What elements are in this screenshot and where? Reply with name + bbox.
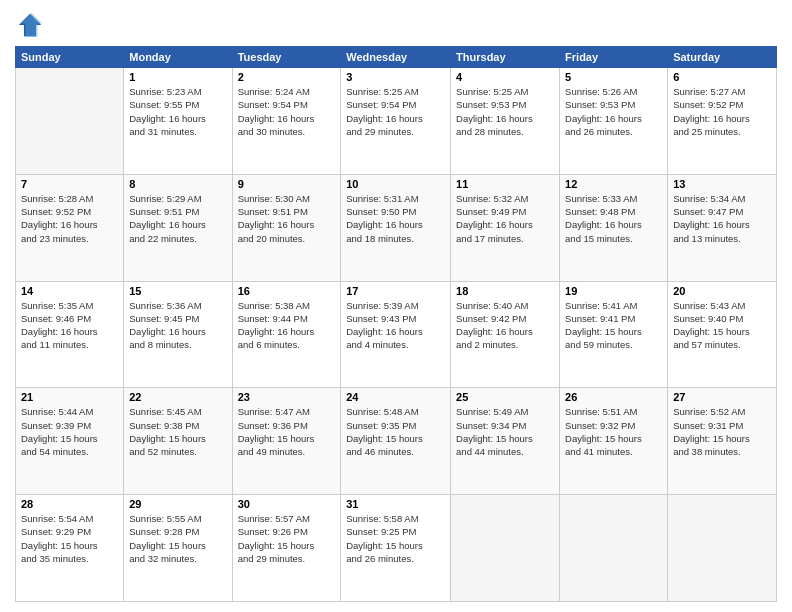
calendar-cell: 18Sunrise: 5:40 AM Sunset: 9:42 PM Dayli… xyxy=(451,281,560,388)
calendar-cell: 27Sunrise: 5:52 AM Sunset: 9:31 PM Dayli… xyxy=(668,388,777,495)
day-number: 17 xyxy=(346,285,445,297)
calendar-day-header: Saturday xyxy=(668,47,777,68)
calendar-cell: 12Sunrise: 5:33 AM Sunset: 9:48 PM Dayli… xyxy=(560,174,668,281)
day-number: 29 xyxy=(129,498,226,510)
day-info: Sunrise: 5:29 AM Sunset: 9:51 PM Dayligh… xyxy=(129,192,226,245)
day-number: 16 xyxy=(238,285,336,297)
day-number: 14 xyxy=(21,285,118,297)
calendar-cell: 3Sunrise: 5:25 AM Sunset: 9:54 PM Daylig… xyxy=(341,68,451,175)
day-info: Sunrise: 5:38 AM Sunset: 9:44 PM Dayligh… xyxy=(238,299,336,352)
day-info: Sunrise: 5:34 AM Sunset: 9:47 PM Dayligh… xyxy=(673,192,771,245)
calendar-week-row: 14Sunrise: 5:35 AM Sunset: 9:46 PM Dayli… xyxy=(16,281,777,388)
day-number: 28 xyxy=(21,498,118,510)
day-info: Sunrise: 5:25 AM Sunset: 9:54 PM Dayligh… xyxy=(346,85,445,138)
day-info: Sunrise: 5:43 AM Sunset: 9:40 PM Dayligh… xyxy=(673,299,771,352)
day-info: Sunrise: 5:51 AM Sunset: 9:32 PM Dayligh… xyxy=(565,405,662,458)
day-info: Sunrise: 5:41 AM Sunset: 9:41 PM Dayligh… xyxy=(565,299,662,352)
day-info: Sunrise: 5:26 AM Sunset: 9:53 PM Dayligh… xyxy=(565,85,662,138)
calendar-cell: 29Sunrise: 5:55 AM Sunset: 9:28 PM Dayli… xyxy=(124,495,232,602)
calendar-day-header: Thursday xyxy=(451,47,560,68)
day-info: Sunrise: 5:35 AM Sunset: 9:46 PM Dayligh… xyxy=(21,299,118,352)
day-info: Sunrise: 5:47 AM Sunset: 9:36 PM Dayligh… xyxy=(238,405,336,458)
day-info: Sunrise: 5:28 AM Sunset: 9:52 PM Dayligh… xyxy=(21,192,118,245)
day-number: 30 xyxy=(238,498,336,510)
header xyxy=(15,10,777,40)
calendar-week-row: 28Sunrise: 5:54 AM Sunset: 9:29 PM Dayli… xyxy=(16,495,777,602)
day-number: 11 xyxy=(456,178,554,190)
calendar-day-header: Wednesday xyxy=(341,47,451,68)
day-info: Sunrise: 5:33 AM Sunset: 9:48 PM Dayligh… xyxy=(565,192,662,245)
day-number: 5 xyxy=(565,71,662,83)
calendar-cell: 5Sunrise: 5:26 AM Sunset: 9:53 PM Daylig… xyxy=(560,68,668,175)
day-info: Sunrise: 5:24 AM Sunset: 9:54 PM Dayligh… xyxy=(238,85,336,138)
calendar-cell: 9Sunrise: 5:30 AM Sunset: 9:51 PM Daylig… xyxy=(232,174,341,281)
logo xyxy=(15,10,49,40)
calendar-cell: 10Sunrise: 5:31 AM Sunset: 9:50 PM Dayli… xyxy=(341,174,451,281)
calendar-cell: 7Sunrise: 5:28 AM Sunset: 9:52 PM Daylig… xyxy=(16,174,124,281)
calendar-week-row: 21Sunrise: 5:44 AM Sunset: 9:39 PM Dayli… xyxy=(16,388,777,495)
calendar-cell: 15Sunrise: 5:36 AM Sunset: 9:45 PM Dayli… xyxy=(124,281,232,388)
calendar-cell: 13Sunrise: 5:34 AM Sunset: 9:47 PM Dayli… xyxy=(668,174,777,281)
calendar-cell: 23Sunrise: 5:47 AM Sunset: 9:36 PM Dayli… xyxy=(232,388,341,495)
calendar-cell: 24Sunrise: 5:48 AM Sunset: 9:35 PM Dayli… xyxy=(341,388,451,495)
day-number: 20 xyxy=(673,285,771,297)
day-info: Sunrise: 5:55 AM Sunset: 9:28 PM Dayligh… xyxy=(129,512,226,565)
day-number: 12 xyxy=(565,178,662,190)
day-number: 24 xyxy=(346,391,445,403)
day-info: Sunrise: 5:25 AM Sunset: 9:53 PM Dayligh… xyxy=(456,85,554,138)
day-info: Sunrise: 5:57 AM Sunset: 9:26 PM Dayligh… xyxy=(238,512,336,565)
day-number: 3 xyxy=(346,71,445,83)
day-info: Sunrise: 5:39 AM Sunset: 9:43 PM Dayligh… xyxy=(346,299,445,352)
calendar-cell: 25Sunrise: 5:49 AM Sunset: 9:34 PM Dayli… xyxy=(451,388,560,495)
day-number: 10 xyxy=(346,178,445,190)
day-info: Sunrise: 5:23 AM Sunset: 9:55 PM Dayligh… xyxy=(129,85,226,138)
calendar-cell: 30Sunrise: 5:57 AM Sunset: 9:26 PM Dayli… xyxy=(232,495,341,602)
calendar-cell: 20Sunrise: 5:43 AM Sunset: 9:40 PM Dayli… xyxy=(668,281,777,388)
calendar-cell xyxy=(451,495,560,602)
calendar-day-header: Tuesday xyxy=(232,47,341,68)
calendar-cell: 4Sunrise: 5:25 AM Sunset: 9:53 PM Daylig… xyxy=(451,68,560,175)
calendar-cell: 28Sunrise: 5:54 AM Sunset: 9:29 PM Dayli… xyxy=(16,495,124,602)
day-number: 19 xyxy=(565,285,662,297)
calendar-cell: 31Sunrise: 5:58 AM Sunset: 9:25 PM Dayli… xyxy=(341,495,451,602)
calendar-cell: 16Sunrise: 5:38 AM Sunset: 9:44 PM Dayli… xyxy=(232,281,341,388)
calendar-cell: 1Sunrise: 5:23 AM Sunset: 9:55 PM Daylig… xyxy=(124,68,232,175)
calendar-cell xyxy=(668,495,777,602)
page: SundayMondayTuesdayWednesdayThursdayFrid… xyxy=(0,0,792,612)
calendar-week-row: 7Sunrise: 5:28 AM Sunset: 9:52 PM Daylig… xyxy=(16,174,777,281)
day-number: 2 xyxy=(238,71,336,83)
day-info: Sunrise: 5:32 AM Sunset: 9:49 PM Dayligh… xyxy=(456,192,554,245)
calendar-cell: 21Sunrise: 5:44 AM Sunset: 9:39 PM Dayli… xyxy=(16,388,124,495)
day-number: 9 xyxy=(238,178,336,190)
day-number: 15 xyxy=(129,285,226,297)
day-number: 8 xyxy=(129,178,226,190)
calendar-day-header: Monday xyxy=(124,47,232,68)
calendar-cell xyxy=(560,495,668,602)
day-info: Sunrise: 5:54 AM Sunset: 9:29 PM Dayligh… xyxy=(21,512,118,565)
day-info: Sunrise: 5:44 AM Sunset: 9:39 PM Dayligh… xyxy=(21,405,118,458)
calendar-cell: 26Sunrise: 5:51 AM Sunset: 9:32 PM Dayli… xyxy=(560,388,668,495)
day-number: 13 xyxy=(673,178,771,190)
day-info: Sunrise: 5:45 AM Sunset: 9:38 PM Dayligh… xyxy=(129,405,226,458)
calendar-cell: 6Sunrise: 5:27 AM Sunset: 9:52 PM Daylig… xyxy=(668,68,777,175)
day-number: 22 xyxy=(129,391,226,403)
logo-icon xyxy=(15,10,45,40)
calendar-cell: 11Sunrise: 5:32 AM Sunset: 9:49 PM Dayli… xyxy=(451,174,560,281)
calendar-cell: 8Sunrise: 5:29 AM Sunset: 9:51 PM Daylig… xyxy=(124,174,232,281)
calendar-header-row: SundayMondayTuesdayWednesdayThursdayFrid… xyxy=(16,47,777,68)
day-info: Sunrise: 5:36 AM Sunset: 9:45 PM Dayligh… xyxy=(129,299,226,352)
calendar-week-row: 1Sunrise: 5:23 AM Sunset: 9:55 PM Daylig… xyxy=(16,68,777,175)
calendar-cell: 19Sunrise: 5:41 AM Sunset: 9:41 PM Dayli… xyxy=(560,281,668,388)
day-number: 4 xyxy=(456,71,554,83)
day-info: Sunrise: 5:31 AM Sunset: 9:50 PM Dayligh… xyxy=(346,192,445,245)
calendar-cell: 22Sunrise: 5:45 AM Sunset: 9:38 PM Dayli… xyxy=(124,388,232,495)
calendar-day-header: Sunday xyxy=(16,47,124,68)
day-info: Sunrise: 5:40 AM Sunset: 9:42 PM Dayligh… xyxy=(456,299,554,352)
day-number: 26 xyxy=(565,391,662,403)
day-info: Sunrise: 5:52 AM Sunset: 9:31 PM Dayligh… xyxy=(673,405,771,458)
day-number: 21 xyxy=(21,391,118,403)
day-number: 18 xyxy=(456,285,554,297)
day-info: Sunrise: 5:48 AM Sunset: 9:35 PM Dayligh… xyxy=(346,405,445,458)
day-number: 25 xyxy=(456,391,554,403)
calendar-cell xyxy=(16,68,124,175)
